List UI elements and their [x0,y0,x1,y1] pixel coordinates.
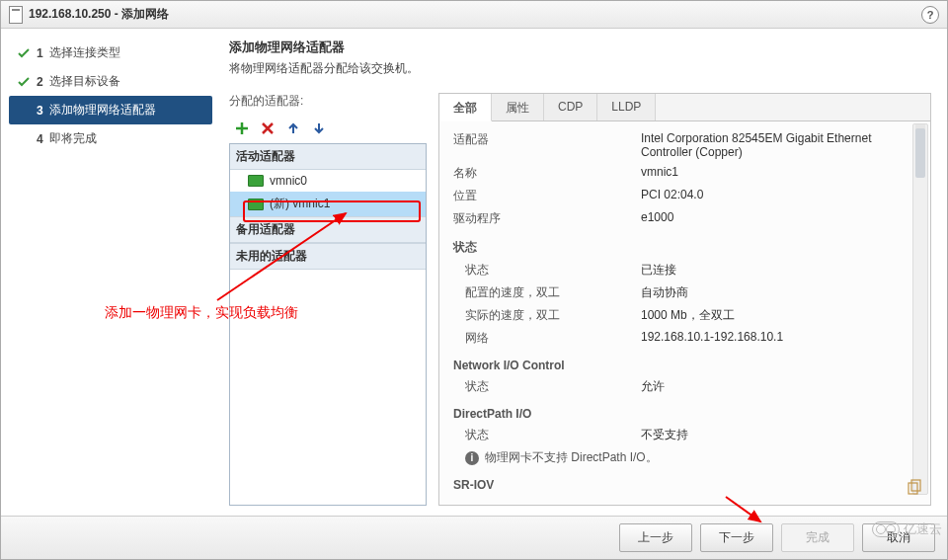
step-num: 2 [37,75,43,89]
step-1[interactable]: 1 选择连接类型 [9,39,212,67]
k-drv: 驱动程序 [453,210,641,227]
nic-icon [248,175,264,187]
step-2[interactable]: 2 选择目标设备 [9,67,212,96]
adapter-vmnic1[interactable]: (新) vmnic1 [230,192,426,216]
wizard-window: 192.168.10.250 - 添加网络 ? 1 选择连接类型 2 选择目标设… [0,0,948,560]
tab-lldp[interactable]: LLDP [597,94,656,120]
alloc-label: 分配的适配器: [229,93,427,110]
step-4[interactable]: 4 即将完成 [9,124,212,153]
v-net: 192.168.10.1-192.168.10.1 [641,330,901,347]
v-act: 1000 Mb，全双工 [641,307,901,324]
finish-button: 完成 [781,523,854,552]
v-nioc: 允许 [641,378,901,395]
wizard-footer: 上一步 下一步 完成 取消 [1,516,947,559]
vertical-scrollbar[interactable] [912,123,928,495]
k-status: 状态 [453,262,641,279]
k-net: 网络 [453,330,641,347]
group-unused: 未用的适配器 [230,243,426,270]
scroll-thumb[interactable] [915,128,925,178]
tab-cdp[interactable]: CDP [544,94,597,120]
details-scroll: 适配器Intel Corporation 82545EM Gigabit Eth… [439,121,930,505]
step-num: 1 [37,46,43,60]
k-cfg: 配置的速度，双工 [453,284,641,301]
adapter-vmnic0[interactable]: vmnic0 [230,170,426,192]
adapter-list-panel: 分配的适配器: 活动适配器 vmnic0 [229,93,427,506]
group-standby: 备用适配器 [230,216,426,243]
v-name: vmnic1 [641,165,901,182]
cancel-button[interactable]: 取消 [862,523,935,552]
step-sidebar: 1 选择连接类型 2 选择目标设备 3 添加物理网络适配器 4 即将完成 [1,29,213,516]
next-button[interactable]: 下一步 [700,523,773,552]
v-dp: 不受支持 [641,427,901,443]
v-cfg: 自动协商 [641,284,901,301]
remove-icon[interactable] [259,120,276,137]
check-icon [17,46,31,60]
adapter-details-panel: 全部 属性 CDP LLDP 适配器Intel Corporation 8254… [438,93,931,506]
sec-sriov: SR-IOV [453,478,901,492]
empty-icon [17,132,31,146]
v-adapter: Intel Corporation 82545EM Gigabit Ethern… [641,131,901,159]
tab-props[interactable]: 属性 [492,94,544,120]
page-heading: 添加物理网络适配器 [229,39,931,56]
host-icon [9,6,23,24]
adapter-label: vmnic0 [270,174,307,188]
v-loc: PCI 02:04.0 [641,188,901,204]
group-active: 活动适配器 [230,144,426,170]
help-icon[interactable]: ? [921,6,939,24]
prev-button[interactable]: 上一步 [619,523,692,552]
detail-tabs: 全部 属性 CDP LLDP [439,94,930,121]
add-icon[interactable] [233,120,251,137]
step-3[interactable]: 3 添加物理网络适配器 [9,96,212,124]
page-subheading: 将物理网络适配器分配给该交换机。 [229,60,931,77]
step-label: 添加物理网络适配器 [49,102,156,119]
adapter-toolbar [229,118,427,139]
adapter-box: 活动适配器 vmnic0 (新) vmnic1 备用适配器 未用的适配器 [229,143,427,506]
window-title: 192.168.10.250 - 添加网络 [29,6,169,23]
k-act: 实际的速度，双工 [453,307,641,324]
k-name: 名称 [453,165,641,182]
sec-dp: DirectPath I/O [453,407,901,421]
step-num: 4 [37,132,43,146]
dp-info-text: 物理网卡不支持 DirectPath I/O。 [485,449,658,466]
sec-nioc: Network I/O Control [453,359,901,372]
info-icon: i [465,451,479,465]
v-drv: e1000 [641,210,901,227]
copy-icon[interactable] [907,479,922,495]
adapter-label: (新) vmnic1 [270,196,330,212]
v-status: 已连接 [641,262,901,279]
sec-status: 状态 [453,239,901,256]
main-panel: 添加物理网络适配器 将物理网络适配器分配给该交换机。 分配的适配器: 活动适配器 [213,29,947,516]
k-adapter: 适配器 [453,131,641,159]
move-down-icon[interactable] [310,120,328,137]
move-up-icon[interactable] [284,120,302,137]
svg-rect-1 [911,480,920,491]
step-label: 即将完成 [49,130,97,147]
svg-rect-0 [908,483,917,494]
tab-all[interactable]: 全部 [439,94,492,121]
nic-icon [248,199,264,210]
step-label: 选择连接类型 [49,44,120,61]
step-num: 3 [37,104,43,118]
empty-icon [17,104,31,118]
k-nioc: 状态 [453,378,641,395]
k-dp: 状态 [453,427,641,443]
check-icon [17,75,31,89]
k-loc: 位置 [453,188,641,204]
step-label: 选择目标设备 [49,73,120,90]
title-bar: 192.168.10.250 - 添加网络 ? [1,1,947,29]
